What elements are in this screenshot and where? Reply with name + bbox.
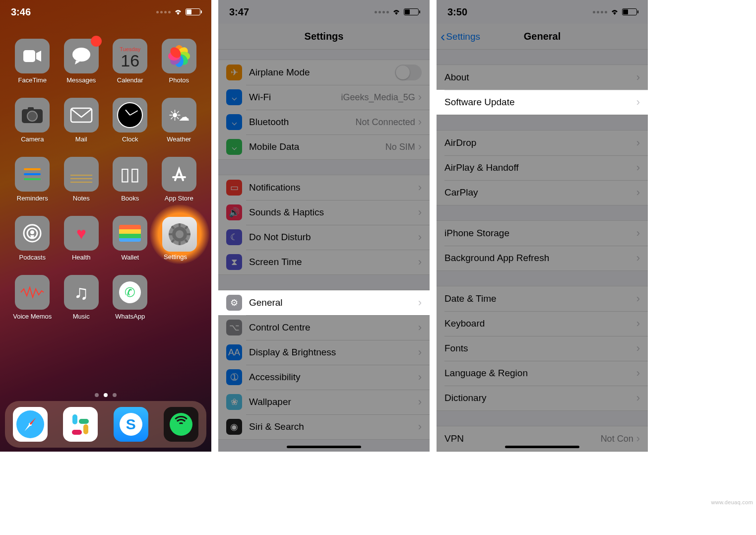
- app-podcasts[interactable]: Podcasts: [8, 216, 57, 261]
- row-sounds-haptics[interactable]: 🔊Sounds & Haptics›: [218, 200, 430, 225]
- app-camera[interactable]: Camera: [8, 98, 57, 143]
- app-label: Reminders: [17, 195, 48, 202]
- app-whatsapp[interactable]: ✆WhatsApp: [106, 275, 155, 320]
- status-time: 3:50: [447, 6, 467, 18]
- whatsapp-icon: ✆: [119, 281, 141, 303]
- row-dictionary[interactable]: Dictionary›: [437, 386, 648, 410]
- dock: S: [5, 401, 206, 448]
- app-weather[interactable]: ☀︎☁︎Weather: [155, 98, 204, 143]
- chevron-right-icon: ›: [418, 140, 422, 153]
- row-mobile-data[interactable]: ⌵Mobile DataNo SIM›: [218, 134, 430, 159]
- app-clock[interactable]: Clock: [106, 98, 155, 143]
- row-label: Sounds & Haptics: [249, 207, 418, 218]
- app-label: Notes: [73, 195, 90, 202]
- row-about[interactable]: About›: [437, 65, 648, 90]
- svg-rect-5: [71, 108, 92, 122]
- app-wallet[interactable]: Wallet: [106, 216, 155, 261]
- row-keyboard[interactable]: Keyboard›: [437, 311, 648, 336]
- row-general[interactable]: ⚙General›: [218, 290, 430, 315]
- row-airdrop[interactable]: AirDrop›: [437, 131, 648, 155]
- row-language-region[interactable]: Language & Region›: [437, 361, 648, 386]
- app-calendar[interactable]: Tuesday16Calendar: [106, 39, 155, 84]
- app-icon: [15, 157, 50, 192]
- ic-cc-icon: ⌥: [226, 320, 242, 335]
- row-date-time[interactable]: Date & Time›: [437, 286, 648, 311]
- spotify-icon: [170, 413, 192, 436]
- notes-icon: [70, 172, 92, 187]
- app-app-store[interactable]: App Store: [155, 157, 204, 202]
- row-airplay-handoff[interactable]: AirPlay & Handoff›: [437, 155, 648, 180]
- row-label: Wallpaper: [249, 397, 418, 407]
- row-accessibility[interactable]: ➀Accessibility›: [218, 365, 430, 390]
- books-icon: ▯▯: [120, 164, 140, 185]
- row-control-centre[interactable]: ⌥Control Centre›: [218, 315, 430, 340]
- row-label: Accessibility: [249, 372, 418, 383]
- row-value: iGeeks_Media_5G: [341, 92, 415, 103]
- app-settings[interactable]: [162, 217, 197, 252]
- row-wi-fi[interactable]: ⌵Wi-FiiGeeks_Media_5G›: [218, 85, 430, 110]
- app-facetime[interactable]: FaceTime: [8, 39, 57, 84]
- wifi-icon: [174, 6, 183, 18]
- ic-notif-icon: ▭: [226, 180, 242, 196]
- cell-signal-icon: [593, 11, 607, 13]
- row-carplay[interactable]: CarPlay›: [437, 180, 648, 205]
- home-indicator[interactable]: [287, 446, 361, 448]
- app-reminders[interactable]: Reminders: [8, 157, 57, 202]
- row-label: AirPlay & Handoff: [444, 162, 636, 173]
- chevron-right-icon: ›: [418, 116, 422, 129]
- dock-app-safari[interactable]: [13, 407, 48, 442]
- dock-app-shazam[interactable]: S: [114, 407, 148, 442]
- appstore-icon: [169, 164, 189, 184]
- row-fonts[interactable]: Fonts›: [437, 336, 648, 361]
- ic-dnd-icon: ☾: [226, 229, 242, 245]
- row-label: Background App Refresh: [444, 253, 636, 264]
- back-label: Settings: [446, 31, 480, 42]
- app-notes[interactable]: Notes: [57, 157, 106, 202]
- ic-screen-icon: ⧗: [226, 254, 242, 270]
- status-right: [375, 6, 419, 18]
- row-wallpaper[interactable]: ❀Wallpaper›: [218, 390, 430, 414]
- slack-icon: [70, 414, 90, 434]
- app-label: Photos: [169, 76, 189, 84]
- chevron-right-icon: ›: [418, 420, 422, 433]
- panel-settings: 3:47 Settings ✈Airplane Mode⌵Wi-FiiGeeks…: [218, 0, 430, 452]
- app-mail[interactable]: Mail: [57, 98, 106, 143]
- row-label: Software Update: [444, 97, 636, 108]
- row-siri-search[interactable]: ◉Siri & Search›: [218, 414, 430, 439]
- back-button[interactable]: ‹ Settings: [441, 30, 480, 44]
- row-background-app-refresh[interactable]: Background App Refresh›: [437, 246, 648, 270]
- chevron-right-icon: ›: [418, 346, 422, 359]
- nav-title: General: [524, 31, 561, 42]
- app-books[interactable]: ▯▯Books: [106, 157, 155, 202]
- chevron-left-icon: ‹: [441, 30, 445, 44]
- chevron-right-icon: ›: [418, 256, 422, 268]
- waveform-icon: [20, 285, 45, 300]
- app-music[interactable]: ♫Music: [57, 275, 106, 320]
- dock-app-spotify[interactable]: [164, 407, 198, 442]
- row-display-brightness[interactable]: AADisplay & Brightness›: [218, 340, 430, 365]
- toggle[interactable]: [395, 65, 422, 80]
- page-indicator[interactable]: [0, 393, 211, 397]
- app-health[interactable]: ♥Health: [57, 216, 106, 261]
- row-notifications[interactable]: ▭Notifications›: [218, 175, 430, 200]
- row-iphone-storage[interactable]: iPhone Storage›: [437, 221, 648, 246]
- app-icon: [64, 98, 99, 133]
- home-indicator[interactable]: [505, 446, 579, 448]
- app-photos[interactable]: Photos: [155, 39, 204, 84]
- row-airplane-mode[interactable]: ✈Airplane Mode: [218, 60, 430, 85]
- app-messages[interactable]: Messages: [57, 39, 106, 84]
- row-software-update[interactable]: Software Update›: [437, 90, 648, 115]
- chevron-right-icon: ›: [636, 96, 640, 109]
- photos-icon: [167, 44, 191, 68]
- app-icon: [15, 39, 50, 73]
- row-do-not-disturb[interactable]: ☾Do Not Disturb›: [218, 225, 430, 250]
- row-screen-time[interactable]: ⧗Screen Time›: [218, 250, 430, 274]
- row-bluetooth[interactable]: ⌵BluetoothNot Connected›: [218, 110, 430, 134]
- app-voice-memos[interactable]: Voice Memos: [8, 275, 57, 320]
- app-grid: FaceTimeMessagesTuesday16CalendarPhotosC…: [0, 39, 211, 320]
- ic-sound-icon: 🔊: [226, 204, 242, 220]
- app-label: WhatsApp: [115, 313, 145, 320]
- chevron-right-icon: ›: [636, 292, 640, 305]
- dock-app-slack[interactable]: [63, 407, 98, 442]
- chevron-right-icon: ›: [636, 342, 640, 355]
